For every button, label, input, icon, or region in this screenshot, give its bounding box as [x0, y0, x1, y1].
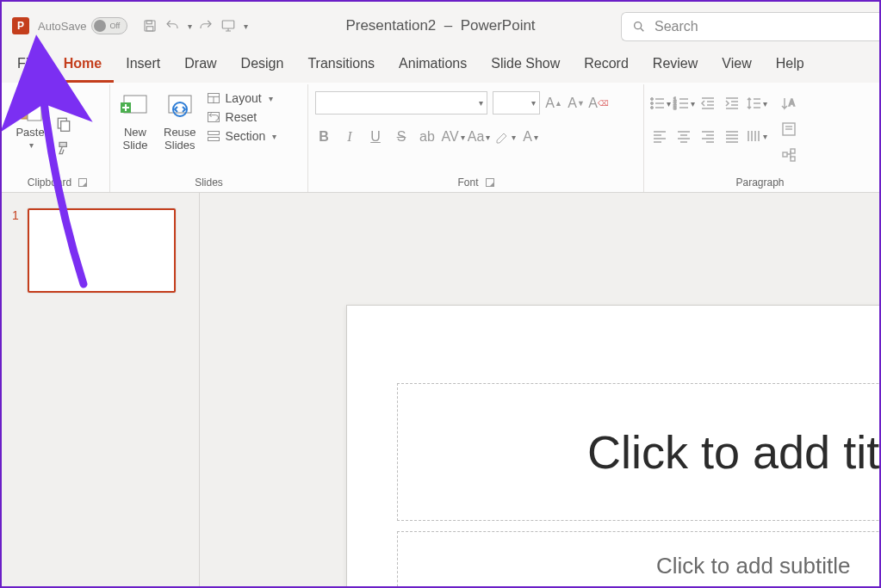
columns-icon[interactable]: ▾ [748, 127, 765, 145]
new-slide-button[interactable]: New Slide [117, 88, 153, 153]
tab-help[interactable]: Help [764, 49, 816, 83]
italic-icon[interactable]: I [341, 128, 358, 145]
paste-icon [16, 90, 45, 124]
slide-thumbnails-panel[interactable]: 1 [2, 193, 200, 586]
paste-dropdown-icon[interactable]: ▾ [29, 140, 34, 150]
slide-canvas[interactable]: Click to add title Click to add subtitle [200, 193, 879, 586]
align-right-icon[interactable] [699, 127, 717, 145]
tab-transitions[interactable]: Transitions [295, 49, 387, 83]
document-name: Presentation2 [345, 17, 436, 34]
copy-icon[interactable] [55, 115, 72, 133]
tab-review[interactable]: Review [641, 49, 710, 83]
line-spacing-icon[interactable]: ▾ [748, 95, 765, 112]
slide[interactable]: Click to add title Click to add subtitle [346, 305, 879, 586]
app-name: PowerPoint [461, 17, 536, 34]
clipboard-launcher-icon[interactable] [78, 178, 87, 187]
tab-animations[interactable]: Animations [387, 49, 479, 83]
paste-label: Paste [16, 126, 44, 139]
svg-rect-3 [223, 21, 235, 28]
decrease-font-icon[interactable]: A▼ [568, 95, 585, 112]
numbering-icon[interactable]: 123▾ [675, 95, 692, 112]
workspace: 1 Click to add title Click to add subtit… [2, 193, 879, 586]
save-icon[interactable] [141, 17, 158, 34]
svg-rect-70 [791, 149, 795, 153]
section-label: Section [226, 129, 266, 143]
app-logo-icon: P [12, 17, 29, 34]
bullets-icon[interactable]: ▾ [651, 95, 668, 112]
svg-rect-2 [147, 27, 154, 31]
search-box[interactable]: Search [621, 12, 879, 41]
tab-home[interactable]: Home [52, 49, 114, 83]
tab-file[interactable]: File [5, 49, 52, 83]
tab-draw[interactable]: Draw [172, 49, 228, 83]
svg-rect-1 [147, 21, 152, 24]
font-size-combo[interactable]: ▾ [493, 91, 540, 115]
tab-design[interactable]: Design [229, 49, 296, 83]
slideshow-start-icon[interactable] [220, 17, 237, 34]
title-bar: P AutoSave Off ▾ ▾ Presentation2 – Power… [2, 2, 879, 50]
font-color-icon[interactable]: A▾ [522, 128, 539, 145]
reuse-slides-label: Reuse Slides [164, 126, 196, 152]
ribbon: Paste ▾ Clipboard [2, 83, 879, 193]
group-clipboard: Paste ▾ Clipboard [5, 84, 110, 192]
toggle-switch-icon[interactable]: Off [91, 17, 127, 34]
tab-insert[interactable]: Insert [114, 49, 172, 83]
qat-customize-icon[interactable]: ▾ [244, 22, 248, 31]
undo-icon[interactable] [164, 17, 181, 34]
group-font: ▾ ▾ A▲ A▼ A⌫ B I U S ab AV▾ Aa▾ ▾ A▾ Fo [308, 84, 644, 192]
undo-dropdown-icon[interactable]: ▾ [188, 22, 192, 31]
increase-font-icon[interactable]: A▲ [545, 95, 562, 112]
svg-rect-11 [61, 121, 70, 132]
tab-record[interactable]: Record [572, 49, 641, 83]
subtitle-placeholder[interactable]: Click to add subtitle [397, 531, 879, 586]
svg-point-24 [650, 102, 653, 105]
thumbnail-item[interactable]: 1 [12, 208, 189, 293]
character-spacing-icon[interactable]: AV▾ [444, 128, 462, 145]
svg-point-26 [650, 107, 653, 109]
title-placeholder-text: Click to add title [587, 425, 879, 479]
font-name-combo[interactable]: ▾ [315, 91, 487, 115]
layout-button[interactable]: Layout▾ [207, 91, 277, 105]
section-button[interactable]: Section▾ [207, 129, 277, 143]
reuse-slides-button[interactable]: Reuse Slides [160, 88, 200, 153]
tab-slideshow[interactable]: Slide Show [479, 49, 572, 83]
thumbnail-number: 1 [12, 208, 19, 293]
svg-point-4 [635, 22, 642, 29]
bold-icon[interactable]: B [315, 128, 332, 145]
group-slides: New Slide Reuse Slides Layout▾ Reset [110, 84, 308, 192]
align-left-icon[interactable] [651, 127, 668, 145]
font-highlight-icon[interactable]: ▾ [496, 128, 513, 145]
redo-icon[interactable] [197, 17, 214, 34]
group-paragraph-label: Paragraph [735, 176, 784, 189]
align-center-icon[interactable] [675, 127, 692, 145]
text-direction-icon[interactable]: A [780, 95, 797, 112]
align-text-icon[interactable] [780, 121, 797, 138]
svg-rect-69 [783, 152, 787, 157]
text-shadow-icon[interactable]: ab [419, 128, 436, 145]
paste-button[interactable]: Paste ▾ [12, 88, 48, 152]
svg-rect-7 [28, 102, 41, 121]
justify-icon[interactable] [723, 127, 741, 145]
thumbnail-preview[interactable] [28, 208, 176, 293]
group-paragraph: ▾ 123▾ ▾ ▾ A Paragrap [644, 84, 876, 192]
autosave-toggle[interactable]: AutoSave Off [38, 17, 127, 34]
cut-icon[interactable] [55, 91, 72, 108]
quick-access-toolbar: ▾ ▾ [141, 17, 248, 34]
format-painter-icon[interactable] [55, 139, 72, 157]
clear-formatting-icon[interactable]: A⌫ [590, 95, 607, 112]
title-placeholder[interactable]: Click to add title [397, 383, 879, 521]
underline-icon[interactable]: U [367, 128, 384, 145]
reuse-slides-icon [165, 90, 195, 124]
increase-indent-icon[interactable] [723, 95, 741, 112]
font-launcher-icon[interactable] [486, 178, 494, 187]
strikethrough-icon[interactable]: S [393, 128, 410, 145]
reset-label: Reset [226, 110, 257, 124]
tab-view[interactable]: View [710, 49, 763, 83]
change-case-icon[interactable]: Aa▾ [470, 128, 487, 145]
svg-point-22 [650, 98, 653, 101]
reset-button[interactable]: Reset [207, 110, 277, 124]
smartart-icon[interactable] [780, 146, 797, 164]
decrease-indent-icon[interactable] [699, 95, 717, 112]
group-slides-label: Slides [195, 176, 223, 189]
toggle-state: Off [109, 22, 120, 30]
